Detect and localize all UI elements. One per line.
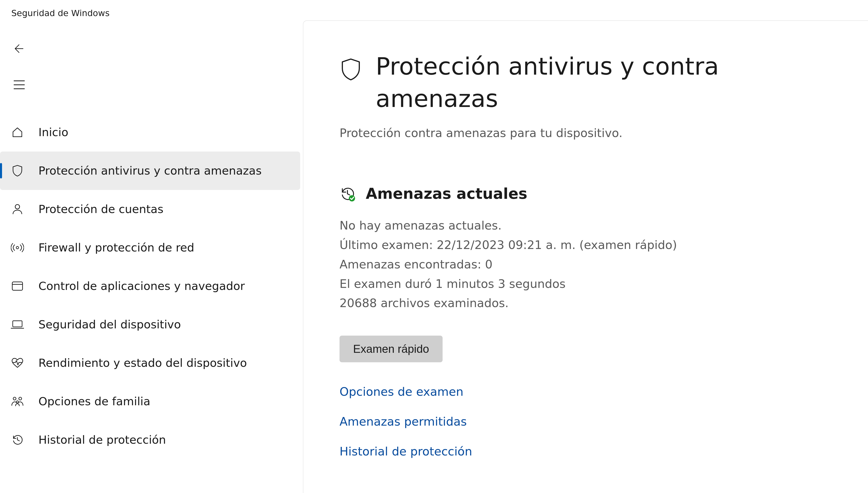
sidebar-item-device[interactable]: Seguridad del dispositivo bbox=[0, 305, 300, 344]
shield-large-icon bbox=[339, 57, 362, 82]
svg-point-3 bbox=[15, 205, 20, 209]
history-check-icon bbox=[339, 186, 355, 202]
sidebar-item-account[interactable]: Protección de cuentas bbox=[0, 190, 300, 229]
network-icon bbox=[11, 242, 24, 254]
page-title: Protección antivirus y contra amenazas bbox=[376, 50, 783, 115]
page-header: Protección antivirus y contra amenazas bbox=[339, 50, 868, 115]
status-last-scan: Último examen: 22/12/2023 09:21 a. m. (e… bbox=[339, 235, 868, 255]
laptop-icon bbox=[11, 320, 24, 329]
sidebar-item-label: Historial de protección bbox=[39, 433, 166, 446]
sidebar-item-label: Opciones de familia bbox=[39, 395, 150, 408]
allowed-threats-link[interactable]: Amenazas permitidas bbox=[339, 415, 868, 428]
main-layout: Inicio Protección antivirus y contra ame… bbox=[0, 20, 868, 493]
protection-history-link[interactable]: Historial de protección bbox=[339, 445, 868, 458]
person-icon bbox=[11, 203, 24, 215]
sidebar-item-label: Control de aplicaciones y navegador bbox=[39, 280, 245, 293]
sidebar-item-label: Inicio bbox=[39, 126, 68, 139]
svg-point-10 bbox=[19, 397, 21, 400]
main-content: Protección antivirus y contra amenazas P… bbox=[303, 20, 868, 493]
svg-point-12 bbox=[349, 195, 355, 201]
sidebar-item-label: Seguridad del dispositivo bbox=[39, 318, 181, 331]
section-header: Amenazas actuales bbox=[339, 185, 868, 202]
back-button[interactable] bbox=[7, 36, 32, 61]
svg-point-4 bbox=[16, 246, 19, 249]
svg-rect-7 bbox=[13, 321, 22, 327]
sidebar-item-firewall[interactable]: Firewall y protección de red bbox=[0, 229, 300, 267]
sidebar: Inicio Protección antivirus y contra ame… bbox=[0, 20, 303, 493]
sidebar-item-health[interactable]: Rendimiento y estado del dispositivo bbox=[0, 344, 300, 382]
home-icon bbox=[11, 126, 24, 138]
current-threats-section: Amenazas actuales No hay amenazas actual… bbox=[339, 185, 868, 458]
shield-icon bbox=[11, 165, 24, 177]
heart-pulse-icon bbox=[11, 357, 24, 369]
sidebar-item-label: Protección de cuentas bbox=[39, 202, 163, 216]
status-files-scanned: 20688 archivos examinados. bbox=[339, 294, 868, 313]
window-icon bbox=[11, 281, 24, 291]
history-icon bbox=[11, 434, 24, 446]
status-lines: No hay amenazas actuales. Último examen:… bbox=[339, 216, 868, 313]
family-icon bbox=[11, 396, 24, 407]
page-subtitle: Protección contra amenazas para tu dispo… bbox=[339, 126, 868, 140]
sidebar-item-history[interactable]: Historial de protección bbox=[0, 421, 300, 459]
app-title: Seguridad de Windows bbox=[0, 0, 868, 18]
sidebar-item-virus[interactable]: Protección antivirus y contra amenazas bbox=[0, 151, 300, 190]
back-arrow-icon bbox=[13, 43, 25, 55]
sidebar-item-label: Firewall y protección de red bbox=[39, 241, 194, 254]
svg-rect-5 bbox=[12, 282, 23, 291]
threat-links: Opciones de examen Amenazas permitidas H… bbox=[339, 385, 868, 458]
sidebar-item-label: Rendimiento y estado del dispositivo bbox=[39, 357, 247, 369]
sidebar-item-appbrowser[interactable]: Control de aplicaciones y navegador bbox=[0, 267, 300, 305]
status-duration: El examen duró 1 minutos 3 segundos bbox=[339, 274, 868, 294]
status-no-threats: No hay amenazas actuales. bbox=[339, 216, 868, 235]
sidebar-item-home[interactable]: Inicio bbox=[0, 113, 300, 151]
sidebar-item-label: Protección antivirus y contra amenazas bbox=[39, 164, 262, 177]
hamburger-button[interactable] bbox=[7, 72, 32, 97]
hamburger-icon bbox=[13, 80, 25, 90]
scan-options-link[interactable]: Opciones de examen bbox=[339, 385, 868, 399]
quick-scan-button[interactable]: Examen rápido bbox=[339, 336, 443, 362]
sidebar-item-family[interactable]: Opciones de familia bbox=[0, 382, 300, 421]
nav: Inicio Protección antivirus y contra ame… bbox=[0, 113, 303, 459]
svg-point-9 bbox=[13, 397, 16, 400]
status-threats-found: Amenazas encontradas: 0 bbox=[339, 255, 868, 274]
section-title: Amenazas actuales bbox=[366, 185, 527, 202]
